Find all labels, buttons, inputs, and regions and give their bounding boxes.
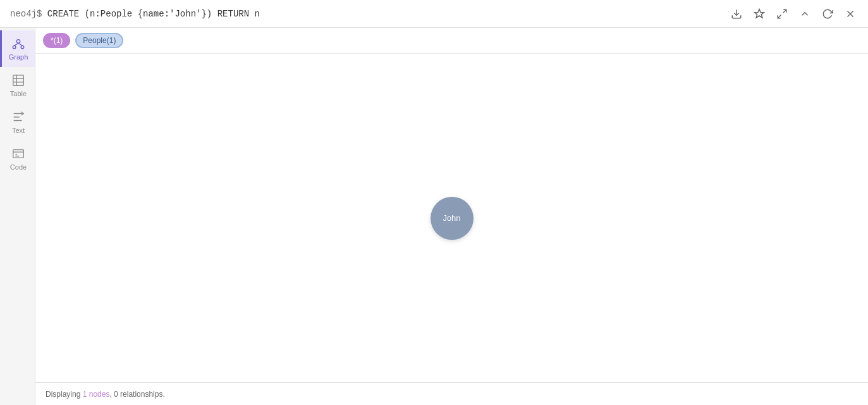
content-panel: *(1) People(1) John Displaying 1 nodes, … <box>35 28 868 405</box>
svg-line-1 <box>783 9 786 13</box>
main-area: Graph Table Text <box>0 28 868 405</box>
code-label: Code <box>10 163 27 171</box>
status-text: Displaying 1 nodes, 0 relationships. <box>46 390 165 399</box>
graph-node-john[interactable]: John <box>431 197 474 240</box>
graph-icon <box>11 37 25 51</box>
refresh-button[interactable] <box>817 4 838 24</box>
node-label: John <box>443 213 460 223</box>
graph-canvas[interactable]: John <box>35 54 868 382</box>
sidebar: Graph Table Text <box>0 28 35 405</box>
svg-line-2 <box>778 15 781 18</box>
svg-rect-17 <box>13 150 24 158</box>
query-display: neo4j$ CREATE (n:People {name:'John'}) R… <box>10 9 260 19</box>
fullscreen-button[interactable] <box>772 4 792 24</box>
status-bar: Displaying 1 nodes, 0 relationships. <box>35 382 868 405</box>
close-button[interactable] <box>840 4 860 24</box>
prompt: neo4j$ <box>10 9 42 19</box>
svg-line-9 <box>18 43 22 46</box>
badge-all[interactable]: *(1) <box>43 33 70 48</box>
text-label: Text <box>12 127 25 134</box>
code-icon <box>11 147 25 161</box>
filter-bar: *(1) People(1) <box>35 28 868 54</box>
sidebar-item-graph[interactable]: Graph <box>0 30 35 67</box>
svg-point-6 <box>13 46 16 49</box>
toolbar-actions <box>726 4 860 24</box>
pin-button[interactable] <box>749 4 769 24</box>
svg-point-7 <box>21 46 24 49</box>
query-text: CREATE (n:People {name:'John'}) RETURN n <box>47 9 260 19</box>
badge-people[interactable]: People(1) <box>75 33 123 48</box>
table-icon <box>11 73 25 87</box>
top-bar: neo4j$ CREATE (n:People {name:'John'}) R… <box>0 0 868 28</box>
sidebar-item-code[interactable]: Code <box>0 140 35 177</box>
sidebar-item-text[interactable]: Text <box>0 104 35 140</box>
collapse-button[interactable] <box>795 4 815 24</box>
graph-label: Graph <box>9 53 28 61</box>
svg-rect-10 <box>13 75 24 86</box>
text-icon <box>11 110 25 124</box>
svg-line-8 <box>15 43 18 46</box>
table-label: Table <box>10 90 27 97</box>
download-button[interactable] <box>726 4 747 24</box>
sidebar-item-table[interactable]: Table <box>0 67 35 104</box>
svg-point-5 <box>16 40 20 44</box>
